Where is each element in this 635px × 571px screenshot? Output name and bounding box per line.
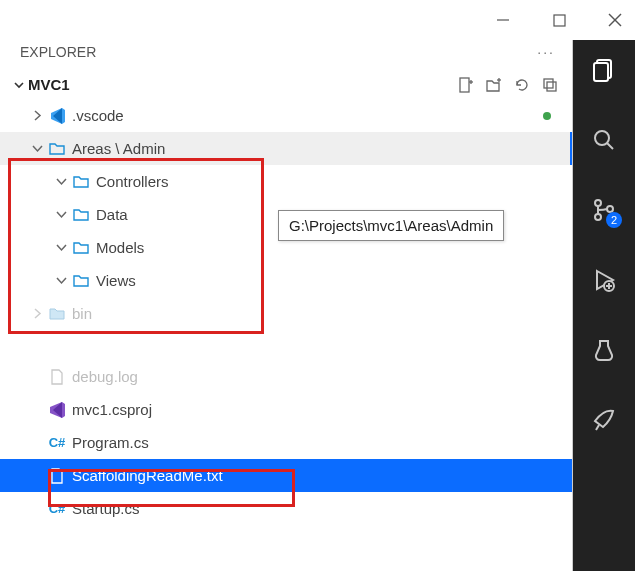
tree-item-label: Startup.cs (72, 500, 140, 517)
file-icon (46, 468, 68, 484)
tree-folder-bin[interactable]: bin (0, 297, 573, 330)
tree-item-label: .vscode (72, 107, 124, 124)
path-tooltip: G:\Projects\mvc1\Areas\Admin (278, 210, 504, 241)
svg-point-20 (595, 214, 601, 220)
svg-rect-9 (544, 79, 553, 88)
vscode-icon (46, 107, 68, 125)
explorer-activity-button[interactable] (584, 50, 624, 90)
minimize-button[interactable] (491, 8, 515, 32)
svg-rect-16 (594, 63, 608, 81)
tree-item-label: Models (96, 239, 144, 256)
tree-item-label: Controllers (96, 173, 169, 190)
window-titlebar (0, 0, 635, 40)
chevron-down-icon (28, 143, 46, 154)
refresh-icon[interactable] (513, 76, 531, 94)
tree-item-label: mvc1.csproj (72, 401, 152, 418)
folder-open-icon (70, 272, 92, 290)
collapse-all-icon[interactable] (541, 76, 559, 94)
activity-bar: 2 (573, 40, 635, 571)
file-tree: .vscode Areas \ Admin Control (0, 99, 573, 525)
explorer-title: EXPLORER (20, 44, 96, 60)
live-share-activity-button[interactable] (584, 400, 624, 440)
chevron-right-icon (28, 308, 46, 319)
tree-item-label: Areas \ Admin (72, 140, 165, 157)
svg-point-17 (595, 131, 609, 145)
csharp-icon: C# (46, 435, 68, 450)
svg-line-18 (607, 143, 613, 149)
tree-folder-areas-admin[interactable]: Areas \ Admin (0, 132, 573, 165)
svg-point-19 (595, 200, 601, 206)
tree-item-label: ScaffoldingReadMe.txt (72, 467, 223, 484)
tree-file-csproj[interactable]: mvc1.csproj (0, 393, 573, 426)
tree-folder-views[interactable]: Views (0, 264, 573, 297)
project-name: MVC1 (28, 76, 70, 93)
testing-activity-button[interactable] (584, 330, 624, 370)
explorer-panel: EXPLORER ··· MVC1 (0, 40, 573, 571)
chevron-down-icon (52, 176, 70, 187)
chevron-down-icon (52, 209, 70, 220)
tree-file-scaffolding[interactable]: ScaffoldingReadMe.txt (0, 459, 573, 492)
folder-open-icon (70, 173, 92, 191)
svg-rect-10 (547, 82, 556, 91)
folder-open-icon (46, 140, 68, 158)
tree-file-debug-log[interactable]: debug.log (0, 360, 573, 393)
tree-item-label: bin (72, 305, 92, 322)
maximize-button[interactable] (547, 8, 571, 32)
tree-folder-vscode[interactable]: .vscode (0, 99, 573, 132)
close-button[interactable] (603, 8, 627, 32)
modified-indicator-icon (543, 112, 551, 120)
chevron-down-icon (52, 275, 70, 286)
new-file-icon[interactable] (457, 76, 475, 94)
svg-rect-1 (554, 15, 565, 26)
search-activity-button[interactable] (584, 120, 624, 160)
explorer-more-icon[interactable]: ··· (537, 44, 555, 60)
tree-folder-controllers[interactable]: Controllers (0, 165, 573, 198)
visual-studio-icon (46, 401, 68, 419)
source-control-activity-button[interactable]: 2 (584, 190, 624, 230)
file-icon (46, 369, 68, 385)
chevron-down-icon (52, 242, 70, 253)
tree-item-label: Data (96, 206, 128, 223)
svg-rect-4 (460, 78, 469, 92)
scm-badge: 2 (606, 212, 622, 228)
run-debug-activity-button[interactable] (584, 260, 624, 300)
project-header[interactable]: MVC1 (0, 70, 573, 99)
folder-icon (46, 305, 68, 323)
new-folder-icon[interactable] (485, 76, 503, 94)
tree-item-label: Views (96, 272, 136, 289)
folder-open-icon (70, 239, 92, 257)
tree-file-program-cs[interactable]: C# Program.cs (0, 426, 573, 459)
csharp-icon: C# (46, 501, 68, 516)
tree-file-startup-cs[interactable]: C# Startup.cs (0, 492, 573, 525)
tree-item-label: debug.log (72, 368, 138, 385)
chevron-right-icon (28, 110, 46, 121)
folder-open-icon (70, 206, 92, 224)
tree-item-label: Program.cs (72, 434, 149, 451)
chevron-down-icon (10, 79, 28, 91)
